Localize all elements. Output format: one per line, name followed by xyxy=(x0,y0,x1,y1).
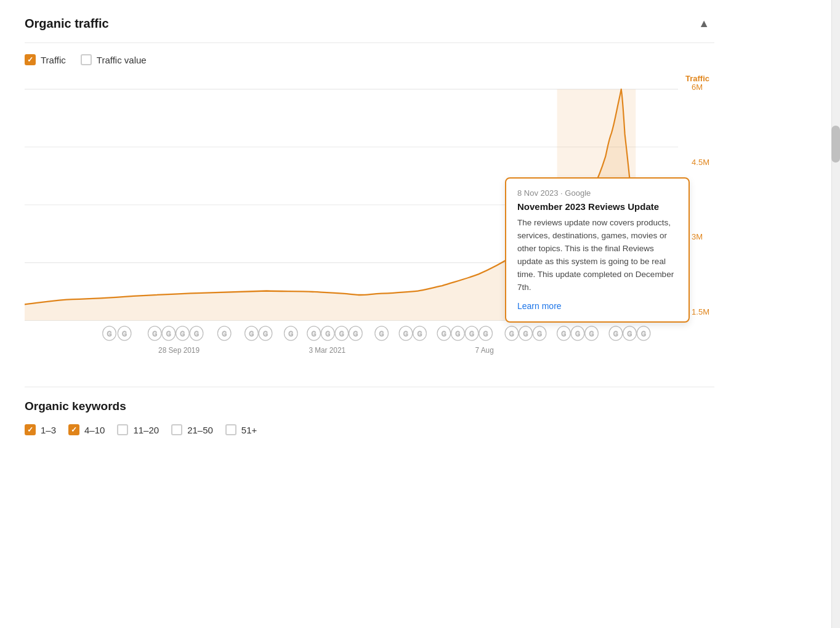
svg-text:G: G xyxy=(403,330,408,337)
legend-row: ✓ Traffic ✓ Traffic value xyxy=(25,43,714,71)
svg-text:G: G xyxy=(249,330,254,337)
y-tick-45m: 4.5M xyxy=(692,158,709,167)
x-label-mar2021: 3 Mar 2021 xyxy=(309,345,345,354)
svg-text:G: G xyxy=(537,330,542,337)
keywords-legend: ✓ 1–3 ✓ 4–10 ✓ 11–20 xyxy=(25,424,714,435)
chart-container: Traffic 6M 4.5M 3M 1.5M xyxy=(25,76,714,372)
svg-text:G: G xyxy=(325,330,330,337)
svg-text:G: G xyxy=(263,330,268,337)
learn-more-link[interactable]: Learn more xyxy=(517,301,562,311)
tooltip-title: November 2023 Reviews Update xyxy=(517,201,677,212)
svg-text:G: G xyxy=(339,330,344,337)
svg-text:G: G xyxy=(180,330,185,337)
kw-checkbox-4-10[interactable]: ✓ xyxy=(68,424,79,435)
x-label-sep2019: 28 Sep 2019 xyxy=(158,345,200,354)
svg-text:G: G xyxy=(418,330,422,337)
kw-label-11-20: 11–20 xyxy=(133,425,159,435)
svg-text:G: G xyxy=(288,330,293,337)
section-title: Organic traffic xyxy=(25,17,109,31)
svg-text:G: G xyxy=(107,330,112,337)
tooltip-body: The reviews update now covers products, … xyxy=(517,217,677,294)
kw-range-11-20[interactable]: ✓ 11–20 xyxy=(117,424,159,435)
y-axis-ticks: 6M 4.5M 3M 1.5M xyxy=(692,83,709,316)
svg-text:G: G xyxy=(613,330,618,337)
y-tick-3m: 3M xyxy=(692,232,709,241)
content-area: Organic traffic ▲ ✓ Traffic ✓ Traffic va… xyxy=(0,0,739,450)
traffic-value-label: Traffic value xyxy=(97,55,147,65)
y-axis-header: Traffic xyxy=(685,74,709,83)
tooltip-meta: 8 Nov 2023 · Google xyxy=(517,188,677,198)
x-label-aug: 7 Aug xyxy=(475,345,494,354)
section-header: Organic traffic ▲ xyxy=(25,15,714,43)
y-tick-6m: 6M xyxy=(692,83,709,92)
traffic-value-checkbox[interactable]: ✓ xyxy=(81,54,92,65)
kw-range-1-3[interactable]: ✓ 1–3 xyxy=(25,424,56,435)
update-markers: G G G G G G G G G xyxy=(103,326,650,340)
svg-text:G: G xyxy=(575,330,580,337)
svg-text:G: G xyxy=(509,330,514,337)
svg-text:G: G xyxy=(589,330,594,337)
svg-text:G: G xyxy=(483,330,488,337)
kw-label-4-10: 4–10 xyxy=(84,425,105,435)
kw-range-4-10[interactable]: ✓ 4–10 xyxy=(68,424,105,435)
kw-range-21-50[interactable]: ✓ 21–50 xyxy=(171,424,213,435)
svg-text:G: G xyxy=(122,330,127,337)
collapse-button[interactable]: ▲ xyxy=(693,15,714,33)
traffic-checkbox[interactable]: ✓ xyxy=(25,54,36,65)
traffic-label: Traffic xyxy=(41,55,66,65)
svg-text:G: G xyxy=(353,330,358,337)
svg-text:G: G xyxy=(456,330,461,337)
traffic-checkmark: ✓ xyxy=(27,56,33,63)
svg-text:G: G xyxy=(523,330,528,337)
traffic-value-legend-item[interactable]: ✓ Traffic value xyxy=(81,54,147,65)
kw-label-21-50: 21–50 xyxy=(187,425,213,435)
kw-label-51plus: 51+ xyxy=(241,425,257,435)
svg-text:G: G xyxy=(194,330,199,337)
svg-text:G: G xyxy=(469,330,474,337)
kw-label-1-3: 1–3 xyxy=(41,425,56,435)
svg-text:G: G xyxy=(562,330,567,337)
scrollbar-track[interactable] xyxy=(831,0,840,628)
svg-text:G: G xyxy=(442,330,446,337)
organic-keywords-title: Organic keywords xyxy=(25,400,714,413)
scrollbar-thumb[interactable] xyxy=(831,126,840,163)
kw-checkbox-21-50[interactable]: ✓ xyxy=(171,424,182,435)
y-tick-15m: 1.5M xyxy=(692,307,709,316)
svg-text:G: G xyxy=(312,330,317,337)
tooltip-popup: 8 Nov 2023 · Google November 2023 Review… xyxy=(505,177,690,323)
organic-keywords-section: Organic keywords ✓ 1–3 ✓ 4–10 xyxy=(25,387,714,435)
kw-checkbox-1-3[interactable]: ✓ xyxy=(25,424,36,435)
svg-text:G: G xyxy=(222,330,227,337)
kw-check-4-10: ✓ xyxy=(71,425,77,434)
kw-check-1-3: ✓ xyxy=(27,425,33,434)
kw-checkbox-11-20[interactable]: ✓ xyxy=(117,424,128,435)
svg-text:G: G xyxy=(166,330,171,337)
svg-text:G: G xyxy=(152,330,157,337)
page-wrapper: Organic traffic ▲ ✓ Traffic ✓ Traffic va… xyxy=(0,0,840,628)
svg-text:G: G xyxy=(379,330,384,337)
traffic-legend-item[interactable]: ✓ Traffic xyxy=(25,54,66,65)
kw-checkbox-51plus[interactable]: ✓ xyxy=(225,424,236,435)
svg-text:G: G xyxy=(628,330,632,337)
svg-text:G: G xyxy=(641,330,646,337)
kw-range-51plus[interactable]: ✓ 51+ xyxy=(225,424,257,435)
